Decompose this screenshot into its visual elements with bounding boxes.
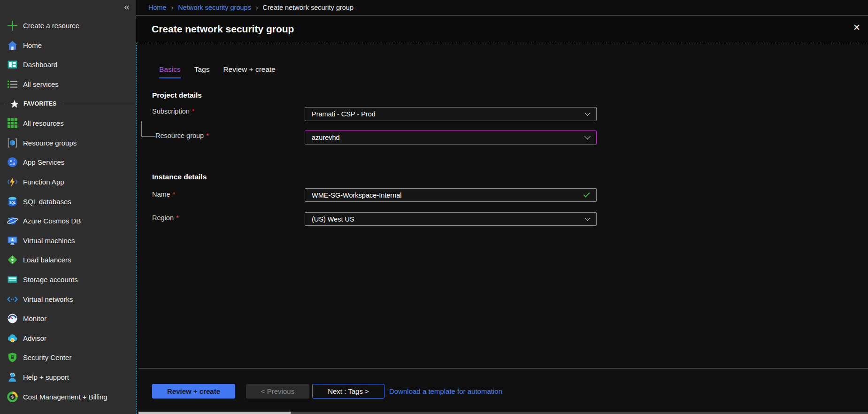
resource-group-connector-line: [141, 121, 142, 137]
sidebar-item-virtual-networks[interactable]: Virtual networks: [0, 289, 136, 309]
sidebar-item-app-services[interactable]: App Services: [0, 153, 136, 172]
sidebar-item-label: Monitor: [23, 314, 46, 322]
sidebar-item-label: Security Center: [23, 353, 71, 361]
sidebar-item-all-resources[interactable]: All resources: [0, 114, 136, 133]
required-asterisk: *: [173, 191, 176, 198]
subscription-value: Pramati - CSP - Prod: [312, 110, 376, 118]
blade-content: Basics Tags Review + create Project deta…: [136, 43, 868, 414]
cost-management-billing-icon: $: [7, 391, 18, 403]
svg-text:SQL: SQL: [9, 201, 15, 205]
sidebar-nav: Create a resource Home Dashboard All ser…: [0, 16, 136, 406]
region-label: Region*: [152, 214, 179, 222]
security-center-icon: [7, 352, 18, 363]
sidebar-item-advisor[interactable]: Advisor: [0, 329, 136, 348]
sidebar-item-resource-groups[interactable]: Resource groups: [0, 133, 136, 153]
favorites-divider-left: [0, 104, 5, 104]
required-asterisk: *: [192, 107, 195, 115]
resource-groups-icon: [7, 137, 18, 149]
dashboard-icon: [7, 59, 18, 70]
resource-group-dropdown[interactable]: azurevhd: [305, 130, 597, 145]
breadcrumb-home-link[interactable]: Home: [148, 4, 167, 11]
all-services-icon: [7, 78, 18, 90]
close-icon[interactable]: ✕: [853, 23, 860, 32]
breadcrumb-current-page: Create network security group: [263, 4, 353, 11]
name-input[interactable]: WME-SG-Workspace-Internal: [305, 188, 597, 202]
sidebar-item-all-services[interactable]: All services: [0, 75, 136, 94]
sidebar-item-dashboard[interactable]: Dashboard: [0, 55, 136, 75]
sidebar-item-azure-cosmos-db[interactable]: Azure Cosmos DB: [0, 211, 136, 231]
previous-button[interactable]: < Previous: [246, 384, 309, 399]
advisor-icon: [7, 332, 18, 344]
sidebar-item-label: SQL databases: [23, 198, 71, 206]
next-tags-button[interactable]: Next : Tags >: [312, 384, 384, 399]
sql-databases-icon: SQL: [7, 196, 18, 207]
storage-accounts-icon: [7, 274, 18, 285]
monitor-icon: [7, 313, 18, 324]
title-bar: Create network security group ✕: [136, 15, 868, 42]
sidebar-item-label: Resource groups: [23, 139, 77, 147]
subscription-label: Subscription*: [152, 107, 194, 115]
tab-basics[interactable]: Basics: [159, 65, 181, 78]
sidebar-item-help-support[interactable]: Help + support: [0, 368, 136, 387]
sidebar-favorites-header: FAVORITES: [0, 94, 136, 114]
sidebar-collapse-icon[interactable]: «: [124, 1, 130, 12]
name-value: WME-SG-Workspace-Internal: [312, 192, 402, 199]
chevron-right-icon: ›: [256, 4, 258, 11]
subscription-dropdown[interactable]: Pramati - CSP - Prod: [305, 107, 597, 121]
instance-details-heading: Instance details: [152, 173, 207, 181]
name-label: Name*: [152, 191, 175, 198]
page-title: Create network security group: [152, 23, 294, 35]
sidebar: « Create a resource Home Dashboard All s…: [0, 0, 136, 414]
tab-tags[interactable]: Tags: [194, 65, 210, 78]
download-template-link[interactable]: Download a template for automation: [389, 384, 502, 399]
main-area: Home › Network security groups › Create …: [136, 0, 868, 414]
plus-icon: [7, 20, 18, 31]
sidebar-item-label: Home: [23, 41, 42, 49]
sidebar-item-home[interactable]: Home: [0, 36, 136, 55]
sidebar-item-cost-management-billing[interactable]: $ Cost Management + Billing: [0, 387, 136, 406]
app-services-icon: [7, 156, 18, 168]
sidebar-item-label: Virtual networks: [23, 295, 73, 303]
sidebar-item-sql-databases[interactable]: SQL SQL databases: [0, 192, 136, 211]
sidebar-item-label: Load balancers: [23, 256, 71, 264]
project-details-heading: Project details: [152, 91, 202, 100]
sidebar-item-label: Cost Management + Billing: [23, 393, 108, 401]
sidebar-item-label: Create a resource: [23, 22, 79, 30]
all-resources-icon: [7, 117, 18, 129]
sidebar-item-label: Azure Cosmos DB: [23, 217, 81, 225]
sidebar-item-label: Advisor: [23, 334, 46, 342]
sidebar-item-create-a-resource[interactable]: Create a resource: [0, 16, 136, 36]
star-icon: [9, 98, 20, 110]
sidebar-item-security-center[interactable]: Security Center: [0, 348, 136, 368]
sidebar-item-label: Dashboard: [23, 61, 57, 69]
valid-check-icon: [583, 191, 590, 197]
sidebar-item-label: App Services: [23, 158, 64, 166]
virtual-machines-icon: [7, 235, 18, 246]
sidebar-item-load-balancers[interactable]: Load balancers: [0, 250, 136, 270]
horizontal-scrollbar-thumb[interactable]: [138, 412, 291, 414]
sidebar-item-virtual-machines[interactable]: Virtual machines: [0, 231, 136, 251]
home-icon: [7, 39, 18, 51]
chevron-down-icon: [584, 110, 591, 116]
sidebar-item-function-app[interactable]: Function App: [0, 172, 136, 192]
tab-review-create[interactable]: Review + create: [223, 65, 276, 78]
sidebar-item-label: Help + support: [23, 373, 69, 381]
sidebar-item-storage-accounts[interactable]: Storage accounts: [0, 270, 136, 290]
function-app-icon: [7, 176, 18, 188]
virtual-networks-icon: [7, 293, 18, 305]
azure-cosmos-db-icon: [7, 215, 18, 227]
chevron-down-icon: [584, 215, 591, 221]
horizontal-scrollbar[interactable]: [138, 412, 868, 414]
help-support-icon: [7, 371, 18, 383]
review-create-button[interactable]: Review + create: [152, 384, 235, 399]
svg-text:$: $: [11, 394, 14, 399]
region-value: (US) West US: [312, 215, 354, 223]
favorites-label: FAVORITES: [23, 100, 57, 107]
favorites-divider-right: [63, 104, 136, 104]
sidebar-item-monitor[interactable]: Monitor: [0, 309, 136, 329]
region-dropdown[interactable]: (US) West US: [305, 212, 597, 226]
breadcrumb-network-security-groups-link[interactable]: Network security groups: [178, 4, 251, 11]
sidebar-item-label: Storage accounts: [23, 276, 78, 284]
required-asterisk: *: [176, 214, 179, 222]
footer-divider: [138, 368, 868, 368]
